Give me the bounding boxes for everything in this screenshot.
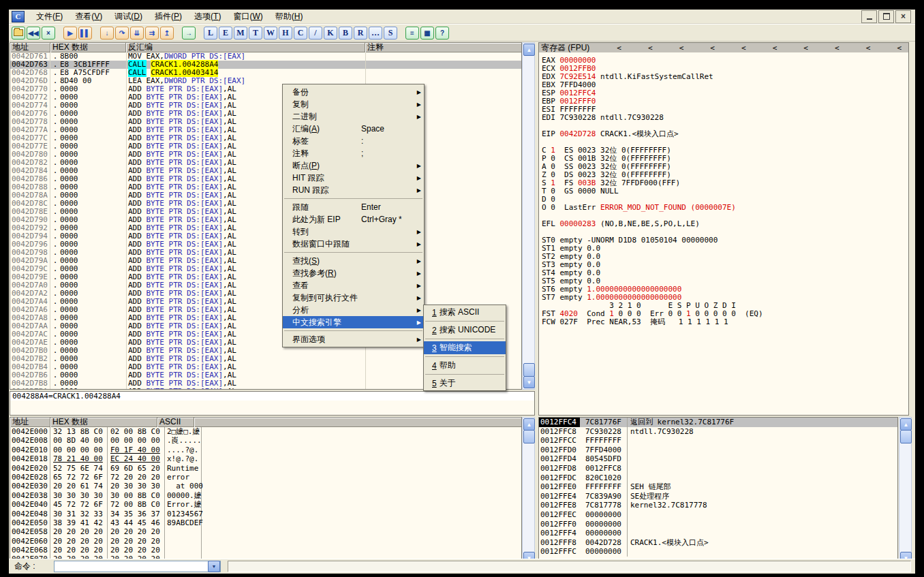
collapse-chevron-icon[interactable]: <	[803, 44, 808, 52]
dump-row[interactable]: 0042E00032 13 8B C002 00 8B C02□嬷□.嬷	[10, 427, 521, 436]
chevron-down-icon[interactable]: ▼	[208, 561, 220, 572]
disasm-row[interactable]: 0042D7A0.0000ADD BYTE PTR DS:[EAX],AL	[10, 281, 521, 290]
disasm-row[interactable]: 0042D786.0000ADD BYTE PTR DS:[EAX],AL	[10, 175, 521, 183]
help-button[interactable]: ?	[435, 27, 449, 40]
disasm-row[interactable]: 0042D782.0000ADD BYTE PTR DS:[EAX],AL	[10, 159, 521, 167]
disasm-row[interactable]: 0042D772.0000ADD BYTE PTR DS:[EAX],AL	[10, 93, 521, 102]
submenu-item[interactable]: 1搜索 ASCII	[424, 306, 506, 319]
stack-row[interactable]: 0012FFE47C839A90SE处理程序	[539, 492, 897, 501]
collapse-chevron-icon[interactable]: <	[773, 44, 777, 52]
context-menu-item[interactable]: 汇编(A)Space	[283, 123, 424, 135]
references-button[interactable]: R	[354, 27, 367, 40]
context-menu-item[interactable]: 复制到可执行文件▶	[283, 292, 424, 304]
call-stack-button[interactable]: K	[324, 27, 337, 40]
goto-eip-button[interactable]: →	[182, 27, 196, 40]
stack-row[interactable]: 0012FFCCFFFFFFFF	[539, 436, 897, 446]
submenu-item[interactable]: 4帮助	[424, 359, 506, 372]
disasm-row[interactable]: 0042D77A.0000ADD BYTE PTR DS:[EAX],AL	[10, 126, 521, 134]
cpu-window-icon[interactable]: C	[12, 11, 25, 22]
disasm-row[interactable]: 0042D76D.8D40 00LEA EAX,DWORD PTR DS:[EA…	[10, 77, 521, 85]
stack-row[interactable]: 0012FFDC820C1020	[539, 473, 897, 483]
dump-row[interactable]: 0042E04830 31 32 3334 35 36 3701234567	[10, 510, 521, 518]
execute-till-return-button[interactable]: ↥	[160, 27, 174, 40]
windows-list-button[interactable]: ≡	[405, 27, 419, 40]
context-menu-item[interactable]: 标签:	[283, 135, 424, 147]
disasm-row[interactable]: 0042D792.0000ADD BYTE PTR DS:[EAX],AL	[10, 224, 521, 232]
context-menu-item[interactable]: 此处为新 EIPCtrl+Gray *	[283, 213, 424, 225]
handles-button[interactable]: H	[279, 27, 292, 40]
column-header-hex[interactable]: HEX 数据	[50, 43, 126, 52]
menubar-item[interactable]: 选项(T)	[188, 10, 227, 24]
context-menu-item[interactable]: 中文搜索引擎▶	[283, 316, 424, 328]
context-menu-item[interactable]: 转到▶	[283, 225, 424, 238]
step-over-button[interactable]: ↷	[115, 27, 129, 40]
register-line[interactable]: EBX 7FFD4000	[542, 81, 908, 89]
disasm-row[interactable]: 0042D794.0000ADD BYTE PTR DS:[EAX],AL	[10, 232, 521, 240]
run-trace-button[interactable]: …	[369, 27, 382, 40]
register-line[interactable]: EBP 0012FFF0	[542, 97, 908, 106]
appearance-button[interactable]: ▦	[420, 27, 434, 40]
submenu-item[interactable]: 5关于	[424, 377, 506, 390]
disasm-row[interactable]: 0042D784.0000ADD BYTE PTR DS:[EAX],AL	[10, 167, 521, 175]
scroll-up-icon[interactable]: ▲	[523, 44, 535, 56]
dump-row[interactable]: 0042E06020 20 20 2020 20 20 20	[10, 537, 521, 546]
column-header-hex[interactable]: HEX 数据	[50, 418, 157, 427]
dump-row[interactable]: 0042E01878 21 40 00EC 24 40 00x!@.?@.	[10, 454, 521, 463]
trace-into-button[interactable]: ⇊	[130, 27, 144, 40]
register-line[interactable]: EDX 7C92E514 ntdll.KiFastSystemCallRet	[542, 73, 908, 81]
scrollbar-thumb[interactable]	[523, 363, 535, 377]
disasm-row[interactable]: 0042D780.0000ADD BYTE PTR DS:[EAX],AL	[10, 151, 521, 159]
disasm-row[interactable]: 0042D77E.0000ADD BYTE PTR DS:[EAX],AL	[10, 142, 521, 151]
register-line[interactable]: O 0 LastErr ERROR_MOD_NOT_FOUND (0000007…	[542, 204, 908, 212]
restart-button[interactable]: ◀◀	[27, 27, 40, 40]
context-menu-item[interactable]: HIT 跟踪▶	[283, 172, 424, 184]
collapse-chevron-icon[interactable]: <	[710, 44, 715, 52]
stack-row[interactable]: 0012FFE0FFFFFFFFSEH 链尾部	[539, 482, 897, 492]
context-menu-item[interactable]: 跟随Enter	[283, 201, 424, 213]
disasm-row[interactable]: 0042D79E.0000ADD BYTE PTR DS:[EAX],AL	[10, 273, 521, 281]
disasm-row[interactable]: 0042D79C.0000ADD BYTE PTR DS:[EAX],AL	[10, 265, 521, 273]
stack-row[interactable]: 0012FFF000000000	[539, 520, 897, 529]
disasm-row[interactable]: 0042D774.0000ADD BYTE PTR DS:[EAX],AL	[10, 102, 521, 110]
disasm-row[interactable]: 0042D78C.0000ADD BYTE PTR DS:[EAX],AL	[10, 200, 521, 208]
menubar-item[interactable]: 插件(P)	[149, 10, 188, 24]
column-header-ascii[interactable]: ASCII	[157, 418, 194, 427]
column-header-comment[interactable]: 注释	[365, 43, 521, 52]
stack-row[interactable]: 0012FFD80012FFC8	[539, 464, 897, 473]
dump-row[interactable]: 0042E01000 00 00 00F0 1F 40 00....?@.	[10, 446, 521, 454]
collapse-chevron-icon[interactable]: <	[866, 44, 871, 52]
disasm-row[interactable]: 0042D7A2.0000ADD BYTE PTR DS:[EAX],AL	[10, 290, 521, 298]
register-line[interactable]: EAX 00000000	[542, 57, 908, 65]
context-menu-item[interactable]: 备份▶	[283, 86, 424, 98]
context-menu-item[interactable]: 查看▶	[283, 279, 424, 292]
close-button[interactable]: ×	[895, 10, 911, 23]
disasm-scrollbar[interactable]: ▲ ▼	[522, 42, 535, 390]
menubar-item[interactable]: 窗口(W)	[227, 10, 268, 24]
register-line[interactable]: ESP 0012FFC4	[542, 89, 908, 97]
disasm-row[interactable]: 0042D78A.0000ADD BYTE PTR DS:[EAX],AL	[10, 191, 521, 200]
open-file-button[interactable]	[12, 27, 25, 40]
close-program-button[interactable]: ×	[42, 27, 55, 40]
context-menu-item[interactable]: 二进制▶	[283, 110, 424, 123]
memory-map-button[interactable]: M	[234, 27, 247, 40]
threads-button[interactable]: T	[249, 27, 262, 40]
dump-row[interactable]: 0042E00800 8D 40 0000 00 00 00.崀.....	[10, 436, 521, 445]
dump-row[interactable]: 0042E05038 39 41 4243 44 45 4689ABCDEF	[10, 518, 521, 527]
register-line[interactable]: EIP 0042D728 CRACK1.<模块入口点>	[542, 130, 908, 138]
menubar-item[interactable]: 查看(V)	[69, 10, 108, 24]
stack-row[interactable]: 0012FFF80042D728CRACK1.<模块入口点>	[539, 538, 897, 548]
column-header-disassembly[interactable]: 反汇编	[126, 43, 365, 52]
disasm-row[interactable]: 0042D790.0000ADD BYTE PTR DS:[EAX],AL	[10, 216, 521, 224]
disasm-row[interactable]: 0042D778.0000ADD BYTE PTR DS:[EAX],AL	[10, 118, 521, 126]
disasm-row[interactable]: 0042D770.0000ADD BYTE PTR DS:[EAX],AL	[10, 85, 521, 93]
pause-button[interactable]: ▌▌	[78, 27, 92, 40]
run-button[interactable]: ▶	[63, 27, 77, 40]
register-line[interactable]: EFL 00000283 (NO,B,NE,BE,S,PO,L,LE)	[542, 220, 908, 228]
menubar-item[interactable]: 帮助(H)	[269, 10, 309, 24]
register-line[interactable]: T 0 GS 0000 NULL	[542, 187, 908, 196]
collapse-chevron-icon[interactable]: <	[617, 44, 621, 52]
context-menu-item[interactable]: 数据窗口中跟随▶	[283, 238, 424, 250]
disasm-row[interactable]: 0042D788.0000ADD BYTE PTR DS:[EAX],AL	[10, 183, 521, 191]
register-line[interactable]: FCW 027F Prec NEAR,53 掩码 1 1 1 1 1 1	[542, 318, 908, 326]
stack-row[interactable]: 0012FFD480545DFD	[539, 454, 897, 464]
